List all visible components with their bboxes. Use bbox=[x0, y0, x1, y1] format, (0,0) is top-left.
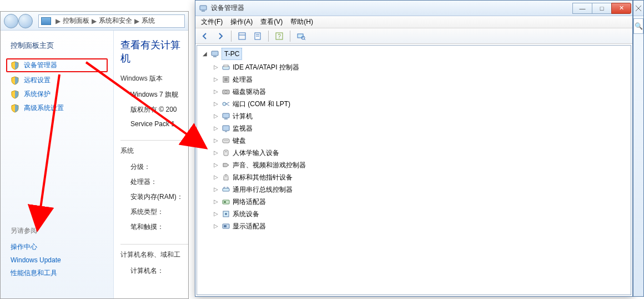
tree-item-ide-controller[interactable]: ▷IDE ATA/ATAPI 控制器 bbox=[213, 61, 631, 73]
breadcrumb[interactable]: ▶ 控制面板 ▶ 系统和安全 ▶ 系统 bbox=[38, 14, 185, 28]
tree-item-display-adapter[interactable]: ▷显示适配器 bbox=[213, 220, 631, 232]
toolbar-separator bbox=[231, 31, 232, 42]
tree-item-label: 鼠标和其他指针设备 bbox=[233, 172, 293, 183]
dm-titlebar[interactable]: 设备管理器 — □ ✕ bbox=[195, 1, 632, 16]
expand-icon[interactable]: ▷ bbox=[213, 147, 219, 158]
breadcrumb-item[interactable]: 系统和安全 bbox=[99, 16, 132, 26]
tree-item-system-device[interactable]: ▷系统设备 bbox=[213, 208, 631, 220]
close-icon: ✕ bbox=[619, 4, 624, 12]
menu-help[interactable]: 帮助(H) bbox=[290, 17, 313, 27]
menu-view[interactable]: 查看(V) bbox=[260, 17, 283, 27]
see-also-link-performance[interactable]: 性能信息和工具 bbox=[11, 266, 103, 280]
usb-controller-icon bbox=[222, 185, 230, 194]
shield-icon bbox=[11, 76, 19, 85]
hid-icon bbox=[222, 148, 230, 157]
chevron-right-icon: ▶ bbox=[92, 17, 97, 25]
svg-rect-30 bbox=[223, 188, 229, 191]
close-button[interactable]: ✕ bbox=[611, 3, 631, 14]
expand-icon[interactable]: ▷ bbox=[213, 86, 219, 97]
shield-icon bbox=[11, 61, 19, 70]
expand-icon[interactable]: ▷ bbox=[213, 98, 219, 109]
expand-icon[interactable]: ▷ bbox=[213, 196, 219, 207]
svg-rect-0 bbox=[200, 6, 207, 10]
control-panel-icon bbox=[41, 17, 51, 25]
tree-item-label: 计算机 bbox=[233, 111, 253, 122]
tree-item-mouse[interactable]: ▷鼠标和其他指针设备 bbox=[213, 171, 631, 183]
tree-item-usb-controller[interactable]: ▷通用串行总线控制器 bbox=[213, 183, 631, 196]
expand-icon[interactable]: ▷ bbox=[213, 208, 219, 220]
expand-icon[interactable]: ▷ bbox=[213, 111, 219, 122]
expand-icon[interactable]: ▷ bbox=[213, 160, 219, 171]
tree-item-sound-video-game[interactable]: ▷声音、视频和游戏控制器 bbox=[213, 159, 631, 171]
minimize-icon: — bbox=[580, 5, 586, 12]
svg-line-11 bbox=[304, 39, 305, 40]
expand-icon[interactable]: ▷ bbox=[213, 172, 219, 183]
expand-icon[interactable]: ▷ bbox=[213, 135, 219, 146]
minimize-button[interactable]: — bbox=[572, 3, 592, 14]
toolbar-show-hide-button[interactable] bbox=[236, 30, 248, 42]
menu-action[interactable]: 操作(A) bbox=[230, 17, 253, 27]
toolbar-properties-button[interactable] bbox=[251, 30, 264, 42]
sidebar-item-device-manager[interactable]: 设备管理器 bbox=[6, 58, 108, 72]
tree-item-label: IDE ATA/ATAPI 控制器 bbox=[233, 62, 299, 73]
tree-item-monitor[interactable]: ▷监视器 bbox=[213, 122, 631, 134]
toolbar-back-button[interactable] bbox=[199, 30, 211, 42]
collapse-icon[interactable]: ◢ bbox=[202, 48, 208, 59]
computer-name-label: 计算机名： bbox=[120, 263, 188, 278]
sidebar-item-advanced-settings[interactable]: 高级系统设置 bbox=[1, 101, 113, 115]
device-manager-icon bbox=[199, 4, 208, 13]
svg-rect-12 bbox=[212, 51, 218, 56]
toolbar-separator bbox=[268, 31, 269, 42]
sidebar-item-remote-settings[interactable]: 远程设置 bbox=[1, 73, 113, 87]
maximize-button[interactable]: □ bbox=[592, 3, 612, 14]
sidebar-item-system-protection[interactable]: 系统保护 bbox=[1, 87, 113, 101]
tree-item-label: 磁盘驱动器 bbox=[233, 86, 266, 97]
tree-item-ports[interactable]: ▷端口 (COM 和 LPT) bbox=[213, 98, 631, 110]
expand-icon[interactable]: ▷ bbox=[213, 184, 219, 195]
toolbar-help-button[interactable]: ? bbox=[273, 30, 285, 42]
device-manager-window: 设备管理器 — □ ✕ 文件(F) 操作(A) 查看(V) 帮助(H) ? ◢ bbox=[195, 0, 633, 297]
divider bbox=[120, 244, 188, 245]
breadcrumb-item[interactable]: 系统 bbox=[142, 16, 155, 26]
see-also-link-windows-update[interactable]: Windows Update bbox=[11, 254, 103, 266]
search-box-fragment[interactable]: 🔍 bbox=[633, 18, 643, 34]
svg-rect-24 bbox=[225, 131, 227, 132]
toolbar-scan-button[interactable] bbox=[295, 30, 307, 42]
tree-root[interactable]: ◢ T-PC bbox=[202, 48, 631, 60]
menu-file[interactable]: 文件(F) bbox=[201, 17, 223, 27]
toolbar-forward-button[interactable] bbox=[214, 30, 227, 42]
shield-icon bbox=[11, 90, 19, 99]
tree-item-hid[interactable]: ▷人体学输入设备 bbox=[213, 147, 631, 159]
tree-item-network-adapter[interactable]: ▷网络适配器 bbox=[213, 196, 631, 208]
see-also-link-action-center[interactable]: 操作中心 bbox=[11, 240, 103, 254]
back-button[interactable] bbox=[4, 14, 18, 28]
tree-item-label: 声音、视频和游戏控制器 bbox=[233, 160, 306, 171]
display-adapter-icon bbox=[222, 222, 230, 231]
search-icon: 🔍 bbox=[635, 22, 643, 30]
svg-rect-27 bbox=[224, 150, 228, 156]
system-heading: 系统 bbox=[120, 146, 188, 156]
tree-item-processor[interactable]: ▷处理器 bbox=[213, 73, 631, 86]
shield-icon bbox=[11, 104, 19, 113]
sound-video-game-icon bbox=[222, 161, 230, 170]
expand-icon[interactable]: ▷ bbox=[213, 221, 219, 232]
sidebar-item-label: 设备管理器 bbox=[24, 61, 57, 70]
tree-item-disk-drive[interactable]: ▷磁盘驱动器 bbox=[213, 86, 631, 98]
tree-item-label: 人体学输入设备 bbox=[233, 147, 279, 158]
computer-icon bbox=[222, 112, 230, 121]
tree-item-keyboard[interactable]: ▷键盘 bbox=[213, 134, 631, 147]
expand-icon[interactable]: ▷ bbox=[213, 74, 219, 85]
dm-menubar: 文件(F) 操作(A) 查看(V) 帮助(H) bbox=[195, 16, 632, 28]
expand-icon[interactable]: ▷ bbox=[213, 123, 219, 134]
expand-icon[interactable]: ▷ bbox=[213, 62, 219, 73]
forward-button[interactable] bbox=[18, 14, 33, 28]
cp-home-link[interactable]: 控制面板主页 bbox=[1, 38, 113, 57]
tree-item-computer[interactable]: ▷计算机 bbox=[213, 110, 631, 122]
close-icon bbox=[636, 6, 641, 11]
computer-name-heading: 计算机名称、域和工 bbox=[120, 250, 188, 260]
tree-item-label: 网络适配器 bbox=[233, 196, 266, 207]
svg-rect-23 bbox=[223, 126, 229, 131]
device-tree-panel[interactable]: ◢ T-PC ▷IDE ATA/ATAPI 控制器▷处理器▷磁盘驱动器▷端口 (… bbox=[197, 45, 631, 295]
breadcrumb-item[interactable]: 控制面板 bbox=[63, 16, 89, 26]
svg-rect-36 bbox=[224, 225, 227, 227]
